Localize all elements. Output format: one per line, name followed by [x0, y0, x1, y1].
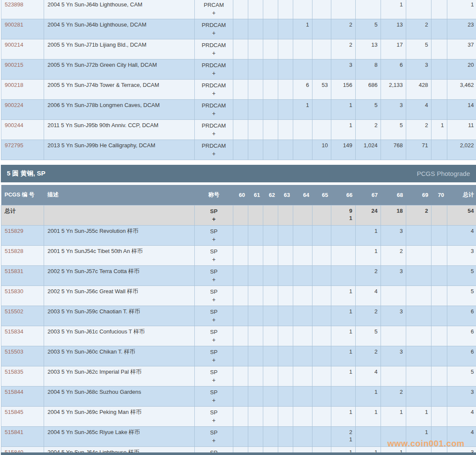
grade-cell	[248, 205, 263, 225]
grade-cell	[248, 326, 263, 346]
grade-cell: 2	[356, 306, 381, 326]
pcgs-number-link[interactable]: 900218	[5, 82, 23, 88]
grade-cell	[233, 245, 248, 265]
pcgs-number-cell: 523898	[1, 0, 44, 19]
pcgs-number-cell: 900281	[1, 19, 44, 39]
pcgs-number-link[interactable]: 523898	[5, 1, 23, 8]
grade-cell	[263, 306, 278, 326]
total-cell: 54	[447, 205, 476, 225]
designation-cell: PRDCAM +	[195, 39, 233, 59]
grade-cell	[293, 426, 312, 446]
grade-cell: 3	[381, 265, 406, 285]
pcgs-number-link[interactable]: 515844	[5, 389, 23, 395]
grade-cell	[248, 19, 263, 39]
grade-cell: 1	[331, 100, 356, 120]
description-cell: 2003 5 Yn Sun-J60c Chikan T. 样币	[44, 346, 195, 366]
pcgs-number-cell: 515844	[1, 386, 44, 406]
designation-cell: SP +	[195, 265, 233, 285]
section-header-band: 5 圆 黄铜, SP PCGS Photograde	[1, 165, 476, 182]
grade-cell: 2,133	[381, 80, 406, 100]
pcgs-number-link[interactable]: 900244	[5, 122, 23, 128]
grade-cell	[248, 386, 263, 406]
grade-cell	[431, 225, 447, 245]
column-header-grade-62: 62	[263, 185, 278, 205]
grade-cell	[431, 100, 447, 120]
pcgs-number-link[interactable]: 900281	[5, 21, 23, 28]
pcgs-number-link[interactable]: 515828	[5, 248, 23, 254]
pcgs-number-link[interactable]: 515841	[5, 429, 23, 435]
designation-cell: SP +	[195, 326, 233, 346]
totals-label: 总计	[1, 205, 44, 225]
pcgs-number-link[interactable]: 515835	[5, 369, 23, 375]
column-header-grade-60: 60	[233, 185, 248, 205]
grade-cell: 71	[406, 140, 431, 160]
grade-cell	[406, 0, 431, 19]
column-header-grade-66: 66	[331, 185, 356, 205]
plus-label: +	[196, 437, 232, 445]
table-row: 900244 2011 5 Yn Sun-J95b 90th Anniv. CC…	[1, 120, 476, 140]
grade-cell: 1	[331, 306, 356, 326]
grade-cell	[331, 386, 356, 406]
designation-cell: SP +	[195, 406, 233, 426]
grade-cell: 3	[381, 346, 406, 366]
designation-cell: PRCAM +	[195, 0, 233, 19]
grade-cell	[293, 120, 312, 140]
pcgs-number-link[interactable]: 515829	[5, 228, 23, 234]
grade-cell	[233, 205, 248, 225]
grade-cell	[278, 285, 293, 306]
table-row: 515831 2002 5 Yn Sun-J57c Terra Cotta 样币…	[1, 265, 476, 285]
grade-cell	[263, 0, 278, 19]
grade-cell: 1	[331, 285, 356, 306]
grade-cell	[278, 225, 293, 245]
grade-cell: 1,024	[356, 140, 381, 160]
pcgs-number-link[interactable]: 515845	[5, 409, 23, 415]
grade-cell	[263, 205, 278, 225]
grade-cell	[233, 326, 248, 346]
grade-cell	[278, 366, 293, 386]
designation-cell: SP +	[195, 366, 233, 386]
designation-label: PRCAM	[196, 1, 232, 9]
pcgs-number-link[interactable]: 515830	[5, 288, 23, 294]
grade-cell: 6	[293, 80, 312, 100]
table-row: 900215 2005 5 Yn Sun-J72b Green City Hal…	[1, 59, 476, 80]
plus-label: +	[196, 110, 232, 118]
plus-label: +	[196, 416, 232, 425]
grade-cell	[406, 225, 431, 245]
pcgs-number-link[interactable]: 900214	[5, 42, 23, 48]
total-cell: 1	[447, 0, 476, 19]
grade-cell	[312, 19, 331, 39]
pcgs-number-link[interactable]: 515503	[5, 348, 23, 355]
grade-cell	[233, 80, 248, 100]
description-cell: 2011 5 Yn Sun-J95b 90th Anniv. CCP, DCAM	[44, 120, 195, 140]
pcgs-number-link[interactable]: 515834	[5, 328, 23, 335]
pcgs-number-link[interactable]: 900215	[5, 62, 23, 68]
table-row: 523898 2004 5 Yn Sun-J64b Lighthouse, CA…	[1, 0, 476, 19]
watermark: www.coin001.com	[387, 439, 464, 449]
grade-cell: 4	[356, 285, 381, 306]
totals-description-cell	[44, 205, 195, 225]
column-header-description: 描述	[44, 185, 195, 205]
grade-cell	[312, 120, 331, 140]
grade-cell	[233, 285, 248, 306]
grade-cell	[278, 406, 293, 426]
designation-label: SP	[196, 207, 232, 215]
grade-cell	[248, 306, 263, 326]
pcgs-number-cell: 900244	[1, 120, 44, 140]
table-row: 515503 2003 5 Yn Sun-J60c Chikan T. 样币 S…	[1, 346, 476, 366]
description-cell: 2003 5 Yn Sun-J62c Imperial Pal 样币	[44, 366, 195, 386]
grade-cell	[312, 205, 331, 225]
pcgs-number-cell: 972795	[1, 140, 44, 160]
table-row: 972795 2013 5 Yn Sun-J99b He Calligraphy…	[1, 140, 476, 160]
grade-cell: 3	[381, 225, 406, 245]
pcgs-number-link[interactable]: 900224	[5, 102, 23, 108]
grade-cell	[263, 326, 278, 346]
pcgs-number-link[interactable]: 515502	[5, 308, 23, 315]
total-cell: 3	[447, 245, 476, 265]
pcgs-number-link[interactable]: 972795	[5, 142, 23, 149]
grade-cell: 53	[312, 80, 331, 100]
column-header-designation: 称号	[195, 185, 233, 205]
grade-cell	[278, 100, 293, 120]
pcgs-number-link[interactable]: 515831	[5, 268, 23, 274]
grade-cell: 17	[381, 39, 406, 59]
grade-cell	[312, 386, 331, 406]
